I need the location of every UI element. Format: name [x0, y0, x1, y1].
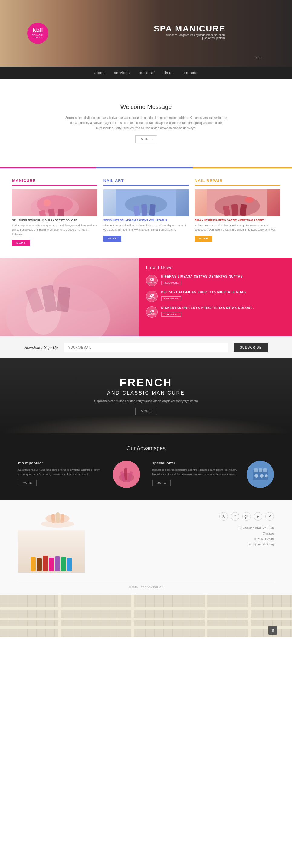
- pinterest-icon[interactable]: P: [265, 512, 274, 521]
- bottle-red: [43, 556, 48, 571]
- hero-arrows[interactable]: ‹ ›: [256, 55, 262, 60]
- news-day-2: 29: [149, 293, 154, 297]
- advantages-title: Our Advantages: [18, 445, 274, 452]
- nav-services[interactable]: services: [114, 71, 130, 75]
- service-nail-repair: NAIL REPAIR EIRAA UE IRINNA FERO GAEJIE …: [195, 178, 280, 246]
- address-line2: Chicago: [220, 531, 274, 536]
- advantage-popular-description: Caientrus varsur italus lenciertra ertry…: [18, 468, 107, 476]
- privacy-policy-link[interactable]: PRIVACY POLICY: [141, 586, 163, 589]
- newsletter-section: Newsletter Sign Up SUBSCRIBE: [0, 337, 292, 358]
- footer-email[interactable]: info@demalink.org: [249, 543, 274, 546]
- bottle-blue: [67, 558, 72, 571]
- news-date-1: 30 MARCH: [146, 275, 158, 286]
- news-day-1: 30: [149, 278, 154, 281]
- services-grid: MANICURE SEIUSHERI TEMPORU INDISULABRE E…: [12, 178, 280, 246]
- news-headline-3: DIABERTAS UNILERYS PREGYTERAS MITAS DOLO…: [161, 306, 254, 310]
- svg-rect-23: [57, 287, 70, 312]
- footer-address: 38 Jackson Blvd Ste 1600 Chicago IL 6060…: [220, 525, 274, 547]
- advantage-popular-row: most popular Caientrus varsur italus len…: [18, 461, 140, 488]
- svg-rect-10: [149, 204, 155, 216]
- footer-hand-image: [18, 512, 97, 530]
- map-road-v1: [58, 595, 61, 637]
- footer-social-icons: 𝕏 f g+ ▸ P: [220, 512, 274, 521]
- facebook-icon[interactable]: f: [231, 512, 239, 521]
- service-nail-art: NAIL ART SEIOSUNET SELAISASM SAISRAT VOL…: [104, 178, 189, 246]
- prev-arrow[interactable]: ‹: [256, 55, 258, 60]
- advantage-popular-title: most popular: [18, 461, 107, 465]
- manicure-subtitle: SEIUSHERI TEMPORU INDISULABRE ET DOLORE: [12, 219, 97, 222]
- rss-icon[interactable]: ▸: [254, 512, 262, 521]
- nail-art-more-button[interactable]: MORE: [104, 236, 121, 242]
- map-road-v2: [131, 595, 134, 637]
- nail-repair-more-button[interactable]: MORE: [195, 236, 212, 242]
- news-day-3: 28: [149, 309, 154, 313]
- advantage-special-more[interactable]: MORE: [152, 479, 171, 486]
- map-section: ⇧: [0, 595, 292, 637]
- manicure-title: MANICURE: [12, 178, 97, 186]
- services-section: MANICURE SEIUSHERI TEMPORU INDISULABRE E…: [0, 168, 292, 258]
- manicure-more-button[interactable]: MORE: [12, 240, 30, 246]
- bottle-pink: [49, 558, 54, 571]
- french-description: Ceplicaboserde miuas nerafae kertyerauas…: [94, 399, 198, 403]
- advantage-special-row: special offer Dianarshos srilyua lencuer…: [152, 461, 274, 488]
- nav-links[interactable]: links: [164, 71, 173, 75]
- news-readmore-3[interactable]: READ MORE: [161, 312, 181, 316]
- advantages-grid: most popular Caientrus varsur italus len…: [18, 461, 274, 488]
- news-month-1: MARCH: [147, 281, 156, 284]
- svg-rect-3: [48, 209, 55, 216]
- nail-art-title: NAIL ART: [104, 178, 189, 186]
- twitter-icon[interactable]: 𝕏: [220, 512, 228, 521]
- footer-right: 𝕏 f g+ ▸ P 38 Jackson Blvd Ste 1600 Chic…: [220, 512, 274, 547]
- advantage-special: special offer Dianarshos srilyua lencuer…: [152, 461, 274, 488]
- svg-rect-15: [240, 204, 247, 216]
- svg-rect-33: [263, 468, 267, 472]
- advantage-special-description: Dianarshos srilyua lencuertra aerintrae …: [152, 468, 241, 476]
- welcome-more-button[interactable]: MORE: [135, 135, 157, 143]
- nail-art-description: Sius met tempus tincidunt, uttilees dolo…: [104, 223, 189, 232]
- address-line1: 38 Jackson Blvd Ste 1600: [220, 525, 274, 531]
- next-arrow[interactable]: ›: [260, 55, 262, 60]
- bottle-brown: [37, 558, 42, 571]
- french-more-button[interactable]: MORE: [135, 407, 157, 415]
- news-date-3: 28 MARCH: [146, 306, 158, 318]
- advantages-section: Our Advantages most popular Caientrus va…: [0, 433, 292, 500]
- news-text-2: BETYAS UALIMJUAS EXERTYAS MIERTASE NUAS …: [161, 290, 246, 301]
- svg-point-34: [255, 474, 258, 478]
- footer-bottom: © 2016 PRIVACY POLICY: [18, 582, 274, 589]
- advantage-special-title: special offer: [152, 461, 241, 465]
- newsletter-subscribe-button[interactable]: SUBSCRIBE: [234, 343, 268, 352]
- news-readmore-2[interactable]: READ MORE: [161, 296, 181, 301]
- advantage-popular-more[interactable]: MORE: [18, 479, 37, 486]
- svg-point-5: [43, 199, 51, 207]
- map-road-v3: [205, 595, 207, 637]
- news-month-3: MARCH: [147, 313, 156, 315]
- french-banner: FRENCH AND CLASSIC MANICURE Ceplicaboser…: [0, 358, 292, 433]
- hero-subtitle: Slus modi longores incideyutade lorem ma…: [165, 34, 226, 40]
- google-plus-icon[interactable]: g+: [242, 512, 251, 521]
- news-readmore-1[interactable]: READ MORE: [161, 281, 181, 285]
- nav-our-staff[interactable]: our staff: [139, 71, 155, 75]
- news-section: Latest News 30 MARCH HIFERAS LIUYASA CET…: [0, 258, 292, 337]
- svg-rect-32: [259, 468, 262, 472]
- news-item-3: 28 MARCH DIABERTAS UNILERYS PREGYTERAS M…: [146, 306, 285, 318]
- nav-about[interactable]: about: [94, 71, 105, 75]
- news-headline-1: HIFERAS LIUYASA CETYAS DENERTAS NUYTAS: [161, 275, 243, 278]
- advantage-popular-image: [113, 461, 140, 488]
- svg-point-41: [41, 520, 74, 528]
- nail-repair-image: [195, 189, 280, 216]
- news-date-2: 29 MARCH: [146, 290, 158, 302]
- main-nav: about services our staff links contacts: [0, 66, 292, 79]
- bottle-orange: [31, 557, 36, 571]
- footer-nail-bottles: [18, 530, 85, 572]
- news-background-image: [0, 258, 139, 337]
- welcome-section: Welcome Message Seciepist imerti vitaena…: [55, 91, 237, 155]
- news-text-1: HIFERAS LIUYASA CETYAS DENERTAS NUYTAS R…: [161, 275, 243, 285]
- newsletter-email-input[interactable]: [64, 343, 228, 352]
- svg-rect-31: [254, 468, 258, 472]
- scroll-to-top-button[interactable]: ⇧: [268, 626, 277, 634]
- news-item-2: 29 MARCH BETYAS UALIMJUAS EXERTYAS MIERT…: [146, 290, 285, 302]
- svg-point-35: [260, 474, 264, 478]
- nail-repair-subtitle: EIRAA UE IRINNA FERO GAEJIE NIERTITIAM A…: [195, 219, 280, 222]
- nav-contacts[interactable]: contacts: [181, 71, 198, 75]
- french-title1: FRENCH: [120, 376, 173, 389]
